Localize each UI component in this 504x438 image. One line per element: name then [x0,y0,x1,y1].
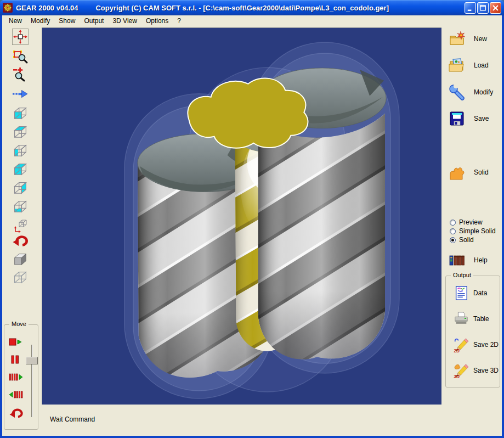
modify-label: Modify [474,88,493,96]
solid-label: Solid [474,169,489,176]
view-cube-front-icon [12,105,29,122]
view-cube-top-icon [12,124,29,141]
status-text: Wait Command [50,415,95,423]
view-cube-right-icon [12,180,29,196]
view-cube-corner-button[interactable] [12,161,29,178]
wireframe-cube-icon [12,269,29,286]
move-group-label: Move [9,321,29,327]
menu-bar: New Modify Show Output 3D View Options ? [2,15,502,26]
step-backward-icon [9,390,23,400]
continue-arrow-icon [12,86,29,102]
step-backward-button[interactable] [9,390,23,400]
minimize-icon [466,3,475,13]
maximize-icon [478,3,488,13]
cube-axes-button[interactable] [12,217,29,234]
move-speed-slider-thumb[interactable] [26,357,38,364]
modify-button[interactable]: Modify [449,83,493,101]
view-cube-right-button[interactable] [12,180,29,196]
move-speed-slider-track[interactable] [31,345,33,417]
radio-solid-label: Solid [459,236,474,244]
menu-output[interactable]: Output [80,16,108,26]
view-cube-left-button[interactable] [12,143,29,159]
view-cube-front-button[interactable] [12,105,29,122]
zoom-in-out-button[interactable] [12,66,29,82]
step-forward-icon [9,372,23,382]
zoom-window-button[interactable] [12,48,29,64]
radio-indicator [450,220,456,226]
rotate-view-icon [12,233,29,249]
radio-simple-solid[interactable]: Simple Solid [450,227,496,235]
view-cube-left-icon [12,143,29,159]
data-label: Data [473,289,487,297]
radio-preview-label: Preview [459,218,483,226]
save-2d-label: Save 2D [473,341,499,349]
save-label: Save [474,115,489,122]
table-button[interactable]: Table [454,311,489,327]
menu-options[interactable]: Options [141,16,173,26]
save-2d-button[interactable]: 2D Save 2D [454,336,499,353]
close-button[interactable] [490,2,501,14]
radio-solid[interactable]: Solid [450,236,474,244]
continue-arrow-button[interactable] [12,86,29,102]
help-books-icon [449,252,465,268]
radio-preview[interactable]: Preview [450,218,483,226]
data-document-icon [454,285,469,301]
step-forward-button[interactable] [9,372,23,382]
play-button[interactable] [9,337,23,347]
menu-new[interactable]: New [4,16,26,26]
reset-move-icon [9,407,23,419]
load-label: Load [474,61,489,69]
new-button[interactable]: New [449,30,487,48]
right-panel: New Load [442,26,502,436]
menu-show[interactable]: Show [54,16,80,26]
wireframe-cube-button[interactable] [12,269,29,286]
output-group: Output Data [445,276,500,388]
viewport-3d[interactable] [42,27,441,405]
window-title: GEAR 2000 v04.04 [16,4,78,12]
help-button[interactable]: Help [449,251,488,269]
output-group-label: Output [451,272,473,278]
rotate-view-button[interactable] [12,233,29,249]
radio-indicator [450,237,456,243]
solid-button[interactable]: Solid [449,164,489,181]
pause-button[interactable] [9,355,23,364]
save-2d-pencil-icon: 2D [454,337,469,352]
solid-blob-icon [449,164,465,181]
floppy-disk-icon [449,110,465,127]
save-3d-pencil-icon: 3D [454,363,469,378]
radio-indicator [450,228,456,234]
save-button[interactable]: Save [449,110,489,127]
window-title-path: Copyright (C) CAM SOFT s.r.l. - [C:\cam-… [95,4,389,12]
view-cube-top-button[interactable] [12,124,29,141]
menu-modify[interactable]: Modify [26,16,54,26]
save-3d-button[interactable]: 3D Save 3D [454,362,499,379]
view-cube-bottom-button[interactable] [12,199,29,215]
view-cube-corner-icon [12,161,29,178]
solid-cube-icon [12,251,29,268]
maximize-button[interactable] [477,2,489,14]
data-button[interactable]: Data [454,285,487,301]
solid-cube-button[interactable] [12,251,29,268]
close-icon [491,3,500,13]
pan-tool-button[interactable] [12,29,29,45]
status-bar: Wait Command [42,405,441,434]
app-window: GEAR 2000 v04.04 Copyright (C) CAM SOFT … [0,0,504,438]
move-group: Move [4,324,38,430]
load-folder-icon [449,57,465,74]
view-cube-bottom-icon [12,199,29,215]
zoom-window-icon [12,48,29,64]
title-bar[interactable]: GEAR 2000 v04.04 Copyright (C) CAM SOFT … [0,0,504,15]
left-toolbar: Move [2,26,41,436]
badge-3d: 3D [454,374,460,378]
load-button[interactable]: Load [449,57,489,74]
minimize-button[interactable] [465,2,476,14]
radio-simple-solid-label: Simple Solid [459,227,496,235]
reset-move-button[interactable] [9,407,23,419]
menu-3d-view[interactable]: 3D View [108,16,141,26]
pan-icon [13,29,28,44]
menu-help[interactable]: ? [173,16,185,26]
new-file-icon [449,31,465,47]
cube-axes-icon [12,217,29,234]
help-label: Help [474,256,488,264]
printer-icon [454,311,469,327]
